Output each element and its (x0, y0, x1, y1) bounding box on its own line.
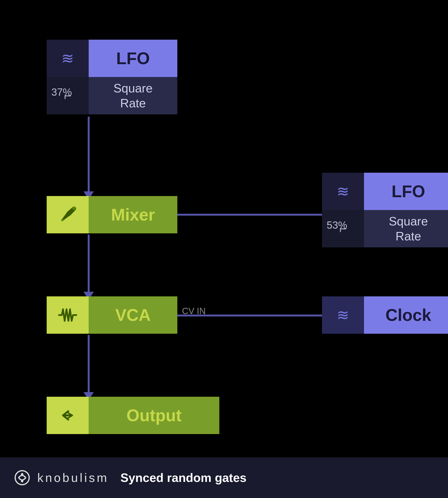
clock-wave-icon: ≋ (322, 296, 364, 334)
svg-point-15 (21, 480, 23, 482)
vca-module: VCA CV IN (47, 296, 177, 334)
vca-icon (47, 296, 89, 334)
lfo1-percent: 37% (51, 86, 72, 98)
footer-brand: knobulism (37, 471, 109, 485)
svg-point-11 (61, 219, 64, 221)
lfo1-title: LFO (89, 40, 177, 77)
lfo2-percent: 53% (327, 219, 347, 231)
mixer-icon (47, 196, 89, 233)
lfo2-title: LFO (364, 173, 448, 210)
cv-in-label: CV IN (182, 306, 206, 316)
footer-title: Synced random gates (120, 471, 246, 485)
lfo2-wave-icon: ≋ (322, 173, 364, 210)
output-title: Output (89, 397, 219, 434)
clock-title: Clock (364, 296, 448, 334)
lfo2-module: ≋ LFO ⌐ Square Rate 53% (322, 173, 448, 247)
lfo2-params: Square Rate (364, 210, 448, 247)
lfo1-waveform-label: Square (113, 81, 153, 95)
vca-title: VCA (89, 296, 177, 334)
mixer-title: Mixer (89, 196, 177, 233)
output-icon (47, 397, 89, 434)
footer-logo-icon (14, 469, 30, 486)
lfo1-wave-icon: ≋ (47, 40, 89, 77)
svg-point-14 (21, 473, 23, 475)
lfo1-module: ≋ LFO ⌐ Square Rate 37% (47, 40, 177, 114)
clock-module: ≋ Clock (322, 296, 448, 334)
lfo1-params: Square Rate (89, 77, 177, 114)
output-module: Output (47, 397, 219, 434)
mixer-module: Mixer (47, 196, 177, 233)
footer: knobulism Synced random gates (0, 457, 448, 498)
svg-point-10 (72, 207, 76, 210)
lfo2-waveform-label: Square (389, 214, 428, 228)
lfo2-rate-label: Rate (396, 229, 421, 243)
svg-point-13 (15, 471, 29, 485)
lfo1-rate-label: Rate (120, 96, 146, 110)
